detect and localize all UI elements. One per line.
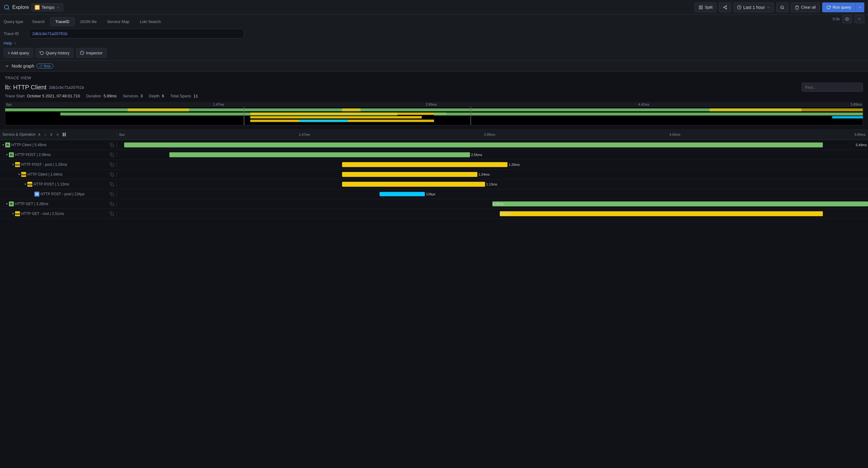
query-actions: + Add query Query history Inspector (4, 48, 864, 58)
beta-badge: Beta (37, 64, 54, 68)
expand-chevron[interactable]: ▾ (12, 212, 14, 215)
timeline-label-0: 0μs (6, 103, 12, 106)
copy-icon[interactable] (110, 143, 114, 147)
trace-services: Services 3 (123, 94, 143, 98)
datasource-name: Tempo (41, 5, 54, 10)
trace-find-input[interactable] (802, 82, 863, 92)
tab-search[interactable]: Search (27, 17, 50, 26)
copy-icon[interactable] (110, 211, 114, 216)
clock-icon (737, 5, 741, 9)
svg-rect-38 (111, 144, 114, 147)
span-row[interactable]: ▾ lb HTTP GET | 3.28ms 3.28ms (0, 199, 868, 209)
clear-all-button[interactable]: Clear all (791, 2, 820, 12)
trace-id-input[interactable] (29, 29, 244, 38)
span-row[interactable]: ▾ app HTTP Client | 1.04ms 1.04ms (0, 169, 868, 179)
trace-depth-value: 6 (162, 94, 164, 98)
history-icon (40, 51, 44, 55)
copy-icon[interactable] (110, 202, 114, 206)
timeline-label-4: 5.89ms (851, 103, 862, 106)
tl-1: 1.47ms (299, 133, 310, 136)
span-bar (124, 142, 823, 147)
expand-chevron[interactable]: ▾ (19, 173, 20, 176)
datasource-select[interactable]: Tempo (31, 3, 63, 11)
timeline-label-3: 4.42ms (638, 103, 649, 106)
span-row[interactable]: ▾ app HTTP POST - post | 1.26ms 1.26ms (0, 160, 868, 169)
share-button[interactable] (719, 2, 731, 12)
span-label: db HTTP POST - post | 134μs (0, 192, 117, 197)
span-duration: 5.49ms (856, 143, 867, 147)
close-button[interactable] (855, 15, 864, 23)
span-label: ▾ lb HTTP POST | 2.56ms (0, 152, 117, 157)
add-query-button[interactable]: + Add query (4, 48, 33, 58)
time-picker[interactable]: Last 1 hour (734, 2, 774, 12)
zoom-out-icon (780, 5, 784, 9)
help-link[interactable]: Help (4, 41, 864, 45)
trace-id-label: Trace ID (4, 31, 25, 36)
spans-table: Service & Operation ∧ › ∨ » 0μs 1.47ms 2… (0, 129, 868, 219)
col-sort-buttons: ∧ › ∨ » (37, 131, 60, 137)
expand-chevron[interactable]: ▾ (6, 153, 8, 156)
pause-icon (62, 132, 66, 137)
expand-chevron[interactable]: ▾ (2, 143, 4, 146)
trace-id-display: 2db1cbc71a20761b (49, 85, 84, 90)
tab-json[interactable]: JSON file (75, 17, 102, 26)
timeline-mini[interactable] (5, 107, 863, 125)
trace-start-value: October 5 2021, 07:48:01.710 (27, 94, 80, 98)
expand-chevron[interactable]: ▾ (6, 202, 8, 205)
span-duration: 1.13ms (486, 182, 497, 186)
trace-header: lb: HTTP Client 2db1cbc71a20761b (5, 82, 863, 92)
copy-icon[interactable] (110, 192, 114, 196)
svg-rect-23 (5, 108, 802, 111)
span-bar (342, 162, 507, 167)
copy-icon[interactable] (110, 182, 114, 187)
zoom-out-button[interactable] (776, 2, 788, 12)
query-history-button[interactable]: Query history (36, 48, 73, 58)
svg-line-1 (8, 8, 9, 9)
copy-icon[interactable] (110, 153, 114, 157)
span-bar-container: 134μs (117, 189, 868, 199)
svg-rect-2 (36, 6, 37, 7)
tab-traceid[interactable]: TraceID (50, 17, 75, 26)
svg-point-17 (846, 19, 848, 20)
span-op: HTTP GET - root | 2.51ms (21, 211, 64, 216)
eye-icon (845, 17, 849, 21)
explore-title: Explore (12, 5, 29, 10)
header: Explore Tempo Split (0, 0, 868, 15)
col-expand-all[interactable]: » (55, 131, 60, 137)
svg-rect-25 (250, 112, 446, 115)
span-label: ▾ lb HTTP GET | 3.28ms (0, 201, 117, 206)
span-op: HTTP GET | 3.28ms (15, 202, 48, 206)
tl-0: 0μs (119, 133, 125, 136)
expand-chevron[interactable]: ▾ (25, 182, 26, 186)
copy-icon[interactable] (110, 162, 114, 167)
svg-rect-4 (36, 7, 37, 9)
span-row[interactable]: ▾ app HTTP GET - root | 2.51ms 2.51ms (0, 209, 868, 219)
run-query-button[interactable]: Run query (822, 2, 856, 12)
svg-rect-26 (250, 116, 422, 119)
span-row[interactable]: db HTTP POST - post | 134μs 134μs (0, 189, 868, 199)
col-collapse[interactable]: ∨ (49, 131, 54, 137)
svg-rect-6 (699, 5, 701, 9)
trace-start-label: Trace Start October 5 2021, 07:48:01.710 (5, 94, 80, 98)
eye-button[interactable] (842, 15, 852, 23)
col-sort-up[interactable]: ∧ (37, 131, 42, 137)
tab-loki[interactable]: Loki Search (135, 17, 166, 26)
tab-service-map[interactable]: Service Map (102, 17, 134, 26)
svg-rect-7 (701, 5, 702, 9)
span-row[interactable]: ▾ lb HTTP POST | 2.56ms 2.56ms (0, 150, 868, 160)
copy-icon[interactable] (110, 172, 114, 176)
expand-chevron[interactable]: ▾ (12, 163, 14, 166)
span-row[interactable]: ▾ lb HTTP Client | 5.49ms 5.49ms (0, 140, 868, 150)
minus-icon (857, 17, 862, 21)
col-sort-down[interactable]: › (43, 131, 47, 137)
span-row[interactable]: ▾ app HTTP POST | 1.13ms 1.13ms (0, 179, 868, 189)
inspector-button[interactable]: Inspector (76, 48, 106, 58)
trace-duration-value: 5.89ms (103, 94, 117, 98)
split-button[interactable]: Split (695, 2, 716, 12)
trace-total-spans: Total Spans 11 (170, 94, 198, 98)
trace-view: Trace View lb: HTTP Client 2db1cbc71a207… (0, 72, 868, 129)
time-label: Last 1 hour (743, 5, 765, 10)
run-query-dropdown[interactable] (856, 2, 864, 12)
node-graph-section[interactable]: Node graph Beta (0, 61, 868, 72)
svg-rect-37 (65, 133, 66, 136)
